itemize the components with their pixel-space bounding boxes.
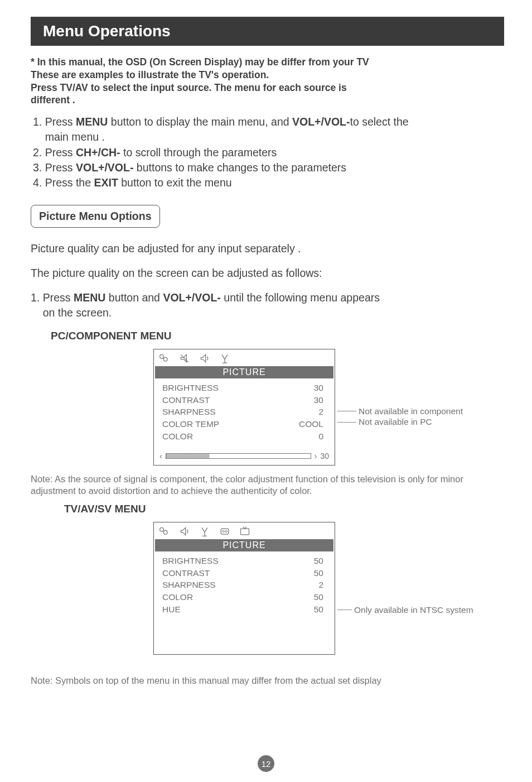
- text: 1. Press: [31, 291, 74, 304]
- svg-point-3: [160, 527, 164, 531]
- svg-line-2: [181, 354, 188, 362]
- text: on the screen.: [31, 305, 504, 320]
- table-row: HUE50: [162, 603, 328, 616]
- text: to select the: [350, 116, 408, 128]
- intro-block: * In this manual, the OSD (On Screen Dis…: [31, 56, 504, 107]
- paragraph: Picture quality can be adjusted for any …: [31, 241, 504, 256]
- svg-point-6: [223, 530, 224, 532]
- vol-key: VOL+/VOL-: [292, 116, 350, 128]
- steps-list: 1. Press MENU button to display the main…: [33, 114, 504, 190]
- osd-icon-row: [154, 349, 335, 366]
- param-label: CONTRAST: [162, 567, 294, 579]
- speaker-icon: [199, 353, 211, 364]
- speaker-icon: [178, 526, 191, 537]
- param-value: 50: [294, 591, 328, 603]
- manual-page: Menu Operations * In this manual, the OS…: [0, 0, 532, 782]
- text: button to display the main menu, and: [108, 116, 292, 128]
- osd-example-2: PICTURE BRIGHTNESS50 CONTRAST50 SHARPNES…: [153, 522, 504, 655]
- osd-icon-row: [154, 522, 335, 539]
- param-value: 50: [294, 603, 328, 616]
- menu-key: MENU: [76, 116, 108, 128]
- table-row: SHARPNESS2: [162, 406, 328, 418]
- osd-body: BRIGHTNESS30 CONTRAST30 SHARPNESS2 COLOR…: [154, 378, 335, 446]
- callout-leader-line: [337, 422, 356, 423]
- param-value: 2: [272, 406, 328, 418]
- list-item: 4. Press the EXIT button to exit the men…: [33, 175, 504, 190]
- param-label: BRIGHTNESS: [162, 382, 272, 394]
- intro-line: * In this manual, the OSD (On Screen Dis…: [31, 56, 504, 69]
- callout-text: Not available in PC: [359, 416, 432, 427]
- antenna-icon: [219, 353, 231, 364]
- subheading-tv-av-sv: TV/AV/SV MENU: [64, 503, 504, 515]
- table-row: CONTRAST30: [162, 394, 328, 406]
- osd-table: BRIGHTNESS30 CONTRAST30 SHARPNESS2 COLOR…: [162, 382, 328, 443]
- vol-key: VOL+/VOL-: [163, 291, 220, 304]
- exit-key: EXIT: [94, 176, 118, 189]
- page-number-badge: 12: [258, 755, 274, 772]
- osd-callouts: Only available in NTSC system: [337, 605, 473, 615]
- vol-key: VOL+/VOL-: [76, 161, 133, 174]
- picture-icon: [158, 353, 171, 364]
- text: 2. Press: [33, 146, 76, 159]
- text: 3. Press: [33, 161, 76, 174]
- menu-key: MENU: [74, 291, 105, 304]
- param-label: COLOR: [162, 430, 272, 443]
- osd-menu-box: PICTURE BRIGHTNESS30 CONTRAST30 SHARPNES…: [153, 349, 335, 466]
- note-text: Note: As the source of signal is compone…: [31, 473, 504, 497]
- picture-icon: [158, 526, 171, 537]
- slider-fill: [166, 454, 210, 458]
- param-value: 2: [294, 579, 328, 591]
- table-row: BRIGHTNESS30: [162, 382, 328, 394]
- svg-rect-8: [241, 529, 249, 535]
- table-row: SHARPNESS2: [162, 579, 328, 591]
- list-item: 3. Press VOL+/VOL- buttons to make chang…: [33, 160, 504, 175]
- page-number: 12: [262, 759, 271, 769]
- table-row: BRIGHTNESS50: [162, 555, 328, 567]
- page-title: Menu Operations: [43, 22, 171, 40]
- list-item: 1. Press MENU button to display the main…: [33, 114, 504, 129]
- text: buttons to make changes to the parameter…: [133, 161, 346, 174]
- section-label: Picture Menu Options: [31, 205, 160, 228]
- chevron-right-icon: ›: [315, 452, 317, 460]
- slider-value: 30: [320, 452, 329, 460]
- callout-leader-line: [337, 610, 352, 610]
- osd-menu-box: PICTURE BRIGHTNESS50 CONTRAST50 SHARPNES…: [153, 522, 335, 655]
- callout-row: Not available in PC: [337, 416, 463, 427]
- param-value: 50: [294, 555, 328, 567]
- antenna-icon: [199, 526, 211, 537]
- param-value: 30: [272, 382, 328, 394]
- osd-callouts: Not available in component Not available…: [337, 406, 463, 428]
- osd-table: BRIGHTNESS50 CONTRAST50 SHARPNESS2 COLOR…: [162, 555, 328, 616]
- callout-leader-line: [337, 411, 356, 411]
- callout-row: Not available in component: [337, 406, 463, 416]
- svg-point-1: [163, 357, 167, 361]
- osd-example-1: PICTURE BRIGHTNESS30 CONTRAST30 SHARPNES…: [153, 349, 504, 466]
- text: button to exit the menu: [118, 176, 232, 189]
- ch-key: CH+/CH-: [76, 146, 120, 159]
- table-row: COLOR50: [162, 591, 328, 603]
- param-value: 30: [272, 394, 328, 406]
- param-value: 50: [294, 567, 328, 579]
- list-item-cont: main menu .: [33, 129, 504, 144]
- tv-icon: [239, 526, 251, 537]
- param-value: COOL: [272, 418, 328, 430]
- intro-line: These are examples to illustrate the TV'…: [31, 69, 504, 81]
- page-title-bar: Menu Operations: [31, 17, 504, 46]
- paragraph: 1. Press MENU button and VOL+/VOL- until…: [31, 290, 504, 320]
- note-text: Note: Symbols on top of the menu in this…: [31, 675, 504, 687]
- sound-icon: [178, 353, 191, 364]
- table-row: COLOR TEMPCOOL: [162, 418, 328, 430]
- svg-point-0: [160, 354, 164, 358]
- text: 1. Press: [33, 116, 76, 128]
- param-value: 0: [272, 430, 328, 443]
- text: button and: [105, 291, 163, 304]
- osd-tab-label: PICTURE: [155, 539, 333, 551]
- text: until the following menu appears: [221, 291, 380, 304]
- callout-text: Not available in component: [359, 406, 463, 416]
- param-label: SHARPNESS: [162, 406, 272, 418]
- subheading-pc-component: PC/COMPONENT MENU: [51, 330, 504, 342]
- text: 4. Press the: [33, 176, 94, 189]
- param-label: CONTRAST: [162, 394, 272, 406]
- callout-text: Only available in NTSC system: [354, 605, 473, 615]
- param-label: SHARPNESS: [162, 579, 294, 591]
